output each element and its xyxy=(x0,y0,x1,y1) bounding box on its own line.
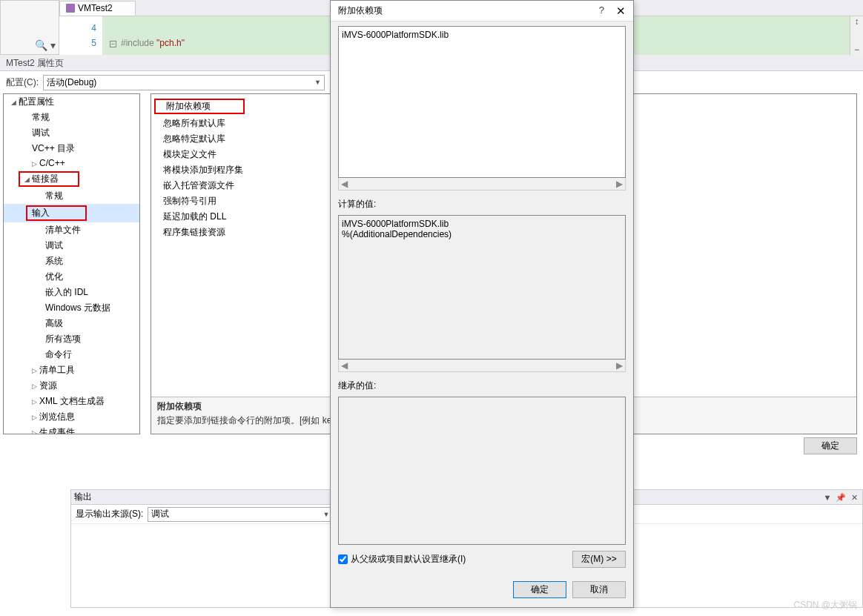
tree-item-general[interactable]: 常规 xyxy=(4,110,139,125)
caret-right-icon: ▷ xyxy=(32,429,39,434)
h-scrollbar[interactable]: ◀▶ xyxy=(338,360,626,372)
ok-button[interactable]: 确定 xyxy=(513,581,566,598)
chevron-down-icon: ▼ xyxy=(323,511,329,518)
code-token: #include xyxy=(121,38,156,48)
line-number: 5 xyxy=(59,36,96,50)
deps-textarea[interactable] xyxy=(338,26,626,178)
tree-item-debug[interactable]: 调试 xyxy=(4,125,139,141)
output-source-value: 调试 xyxy=(151,508,169,520)
h-scrollbar[interactable]: ◀▶ xyxy=(338,178,626,191)
tree-item-linker-all[interactable]: 所有选项 xyxy=(4,331,139,347)
tree-item-linker-system[interactable]: 系统 xyxy=(4,254,139,269)
tree-item-manifest-tool[interactable]: ▷清单工具 xyxy=(4,362,139,378)
config-combo[interactable]: 活动(Debug) ▼ xyxy=(43,75,325,90)
caret-right-icon: ▷ xyxy=(32,414,39,421)
caret-right-icon: ▷ xyxy=(32,382,39,390)
file-icon xyxy=(66,4,75,13)
inherited-label: 继承的值: xyxy=(338,380,626,392)
property-tree[interactable]: ◢配置属性 常规 调试 VC++ 目录 ▷C/C++ ◢链接器 常规 输入 清单… xyxy=(3,93,140,434)
search-icon[interactable]: 🔍 ▾ xyxy=(35,39,56,51)
caret-right-icon: ▷ xyxy=(32,160,39,168)
ok-button[interactable]: 确定 xyxy=(804,437,857,454)
dialog-controls: ? ✕ xyxy=(599,4,626,18)
output-title: 输出 xyxy=(74,491,92,503)
property-page-buttons: 确定 xyxy=(804,437,857,454)
tree-item-vcdir[interactable]: VC++ 目录 xyxy=(4,141,139,156)
cancel-button[interactable]: 取消 xyxy=(572,581,626,598)
caret-right-icon: ▷ xyxy=(32,398,39,405)
computed-label: 计算的值: xyxy=(338,198,626,211)
tree-item-linker-adv[interactable]: 高级 xyxy=(4,316,139,331)
inherited-textarea xyxy=(338,397,626,545)
file-tab-label: VMTest2 xyxy=(78,3,113,13)
dialog-body: ◀▶ 计算的值: ◀▶ 继承的值: 从父级或项目默认设置继承(I) 宏(M) >… xyxy=(331,21,633,575)
tree-item-linker-winmd[interactable]: Windows 元数据 xyxy=(4,300,139,316)
tree-item-linker-cmd[interactable]: 命令行 xyxy=(4,347,139,362)
tree-item-build-events[interactable]: ▷生成事件 xyxy=(4,425,139,434)
close-icon[interactable]: ✕ xyxy=(849,492,859,503)
dropdown-icon[interactable]: ▼ xyxy=(822,492,833,503)
file-tab[interactable]: VMTest2 xyxy=(59,1,136,16)
caret-right-icon: ▷ xyxy=(32,367,39,374)
dialog-buttons: 确定 取消 xyxy=(331,575,633,607)
caret-down-icon: ◢ xyxy=(24,176,32,183)
tree-item-linker-debug[interactable]: 调试 xyxy=(4,238,139,254)
inherit-checkbox[interactable] xyxy=(338,554,348,564)
tree-item-linker-manifest[interactable]: 清单文件 xyxy=(4,222,139,238)
search-panel: 🔍 ▾ xyxy=(0,0,59,55)
code-string: "pch.h" xyxy=(156,38,185,48)
caret-down-icon: ◢ xyxy=(11,99,19,106)
tree-item-browse[interactable]: ▷浏览信息 xyxy=(4,409,139,425)
tree-item-linker-idl[interactable]: 嵌入的 IDL xyxy=(4,285,139,300)
close-icon[interactable]: ✕ xyxy=(616,4,626,18)
inherit-check-text: 从父级或项目默认设置继承(I) xyxy=(351,553,466,566)
tree-item-linker-opt[interactable]: 优化 xyxy=(4,269,139,285)
additional-deps-dialog: 附加依赖项 ? ✕ ◀▶ 计算的值: ◀▶ 继承的值: 从父级或项目默认设置继承… xyxy=(330,0,634,608)
scroll-marker[interactable]: ↕− xyxy=(850,16,863,55)
macro-button[interactable]: 宏(M) >> xyxy=(572,551,626,568)
dialog-title: 附加依赖项 xyxy=(338,4,383,17)
chevron-down-icon: ▼ xyxy=(314,79,321,86)
config-value: 活动(Debug) xyxy=(47,76,96,89)
output-toolbar: ▼ 📌 ✕ xyxy=(822,492,859,503)
tree-item-linker-general[interactable]: 常规 xyxy=(4,188,139,204)
gutter: 4 5 xyxy=(59,16,102,55)
tree-item-linker-input[interactable]: 输入 xyxy=(4,204,139,222)
watermark: CSDN @大粥锅 xyxy=(793,599,857,612)
output-source-label: 显示输出来源(S): xyxy=(76,508,143,520)
collapse-icon[interactable]: − xyxy=(110,41,116,47)
tree-item-ccpp[interactable]: ▷C/C++ xyxy=(4,156,139,170)
output-source-combo[interactable]: 调试 ▼ xyxy=(148,507,333,522)
tree-item-root[interactable]: ◢配置属性 xyxy=(4,94,139,110)
dialog-titlebar[interactable]: 附加依赖项 ? ✕ xyxy=(331,1,633,21)
inherit-checkbox-label[interactable]: 从父级或项目默认设置继承(I) xyxy=(338,553,466,566)
help-icon[interactable]: ? xyxy=(599,4,604,18)
config-label: 配置(C): xyxy=(6,76,39,89)
line-number: 4 xyxy=(59,21,96,36)
tree-item-linker[interactable]: ◢链接器 xyxy=(4,170,139,188)
inherit-row: 从父级或项目默认设置继承(I) 宏(M) >> xyxy=(338,551,626,568)
pin-icon[interactable]: 📌 xyxy=(836,492,846,503)
tree-item-resources[interactable]: ▷资源 xyxy=(4,378,139,394)
tree-item-xml-gen[interactable]: ▷XML 文档生成器 xyxy=(4,394,139,409)
computed-textarea xyxy=(338,215,626,360)
